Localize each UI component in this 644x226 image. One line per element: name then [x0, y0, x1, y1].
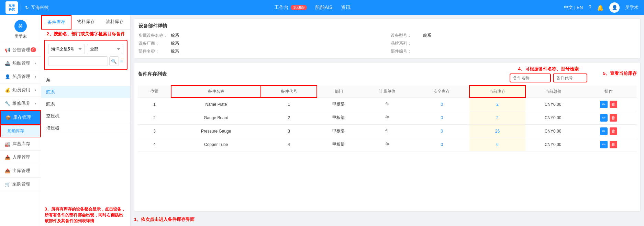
- delete-button[interactable]: 🗑: [610, 141, 617, 148]
- detail-row-part-code: 部件编号：: [391, 48, 636, 54]
- edit-button[interactable]: ✏: [600, 141, 608, 148]
- device-item-rudder1[interactable]: 舵系: [41, 86, 130, 98]
- filter-icon[interactable]: ≡: [120, 58, 123, 64]
- sidebar-item-ship-mgmt[interactable]: 🚢 船舶管理 ›: [0, 57, 41, 70]
- cell-pos: 4: [138, 138, 171, 151]
- top-nav-center: 工作台 16069 船舶AIS 资讯: [60, 4, 564, 11]
- notification-icon[interactable]: 🔔: [597, 4, 604, 11]
- news-nav[interactable]: 资讯: [341, 4, 351, 11]
- cell-code: 3: [261, 124, 317, 138]
- ship-ais-nav[interactable]: 船舶AIS: [315, 4, 333, 11]
- right-panel: 设备部件详情 所属设备名称： 舵系 设备型号： 舵系 设备厂商： 舵系: [131, 15, 644, 226]
- sidebar-user-name: 吴学末: [0, 34, 41, 39]
- annotation-4: 4、可根据备件名称、型号检索: [518, 66, 579, 72]
- top-nav-right: 中文 | EN ? 🔔 👤 吴学术: [564, 2, 639, 13]
- ship-ais-label: 船舶AIS: [315, 4, 333, 11]
- edit-button[interactable]: ✏: [600, 114, 608, 122]
- sidebar-item-maintenance[interactable]: 🔧 维修保养 ›: [0, 97, 41, 110]
- refresh-icon[interactable]: ↻: [25, 5, 29, 10]
- cell-action: ✏ 🗑: [580, 138, 637, 151]
- ship-inventory-label: 船舶库存: [8, 128, 24, 133]
- cell-pos: 1: [138, 98, 171, 111]
- sidebar-item-purchase[interactable]: 🛒 采购管理: [0, 178, 41, 191]
- workbench-nav[interactable]: 工作台 16069: [274, 4, 307, 11]
- brand-label: 互海科技: [31, 4, 49, 11]
- detail-title: 设备部件详情: [138, 23, 636, 29]
- cell-code: 2: [261, 111, 317, 124]
- annotation-3: 3、所有有库存的设备都会显示，点击设备，所有有备件的部件都会出现，同时右侧跳出该…: [41, 204, 130, 226]
- col-action: 操作: [580, 86, 637, 98]
- sidebar-item-announcement[interactable]: 📢 公告管理 0: [0, 43, 41, 57]
- sidebar-subitem-ship-inventory[interactable]: 船舶库存: [0, 125, 41, 137]
- chevron-right-icon-4: ›: [35, 102, 36, 105]
- tab-materials[interactable]: 物料库存: [71, 15, 100, 30]
- user-avatar[interactable]: 👤: [609, 2, 620, 13]
- delete-button[interactable]: 🗑: [610, 127, 617, 135]
- cell-code: 4: [261, 138, 317, 151]
- keyword-input[interactable]: [48, 56, 108, 66]
- ship-mgmt-label: 船舶管理: [12, 60, 30, 66]
- cell-total-price: CNY0.00: [525, 124, 580, 138]
- annotation-5: 5、查看当前库存: [603, 70, 637, 77]
- device-item-compressor[interactable]: 空压机: [41, 110, 130, 122]
- edit-button[interactable]: ✏: [600, 127, 608, 135]
- sidebar-item-shore[interactable]: 🏭 岸基库存: [0, 137, 41, 151]
- tab-bar: 备件库存 物料库存 油料库存: [41, 15, 130, 30]
- tab-materials-label: 物料库存: [77, 19, 95, 24]
- language-switcher[interactable]: 中文 | EN: [564, 4, 583, 11]
- table-row: 4 Copper Tube 4 甲板部 件 0 6 CNY0.00 ✏ 🗑: [138, 138, 637, 151]
- tab-parts[interactable]: 备件库存: [41, 15, 71, 30]
- cell-code: 1: [261, 98, 317, 111]
- sidebar-item-announcement-content: 📢 公告管理: [5, 47, 30, 53]
- col-name: 备件名称: [171, 86, 261, 98]
- detail-grid: 所属设备名称： 舵系 设备型号： 舵系 设备厂商： 舵系 品牌系列：: [138, 33, 636, 54]
- cell-dept: 甲板部: [317, 124, 360, 138]
- sidebar-item-inventory[interactable]: 📦 库存管理: [0, 110, 41, 125]
- dept-select[interactable]: 全部: [87, 44, 124, 54]
- device-item-turbo[interactable]: 增压器: [41, 122, 130, 134]
- ship-select[interactable]: 海洋之星5号: [48, 44, 85, 54]
- sidebar-item-outbound[interactable]: 📤 出库管理: [0, 164, 41, 178]
- sidebar-item-crew-fee[interactable]: 💰 船员费用 ›: [0, 83, 41, 97]
- detail-row-model: 设备型号： 舵系: [391, 33, 636, 38]
- device-item-rudder2[interactable]: 舵系: [41, 98, 130, 110]
- cell-dept: 甲板部: [317, 111, 360, 124]
- workbench-badge: 16069: [291, 5, 307, 10]
- table-code-search[interactable]: [553, 74, 587, 82]
- maintenance-label: 维修保养: [12, 100, 30, 106]
- maintenance-icon: 🔧: [5, 101, 10, 106]
- crew-mgmt-icon: 👤: [5, 74, 10, 79]
- col-pos: 位置: [138, 86, 171, 98]
- table-row: 1 Name Plate 1 甲板部 件 0 2 CNY0.00 ✏ 🗑: [138, 98, 637, 111]
- chevron-right-icon: ›: [35, 61, 36, 65]
- help-icon[interactable]: ?: [588, 4, 591, 11]
- parts-table: 位置 备件名称 备件代号 部门 计量单位 安全库存 当前库存 当前总价 操作: [138, 85, 637, 151]
- table-body: 1 Name Plate 1 甲板部 件 0 2 CNY0.00 ✏ 🗑 2 G…: [138, 98, 637, 151]
- device-name-rudder2: 舵系: [46, 101, 55, 106]
- cell-dept: 甲板部: [317, 138, 360, 151]
- device-name-pump: 泵: [46, 77, 51, 82]
- brand-name: ↻ 互海科技: [21, 4, 49, 11]
- annotation-1: 1、依次点击进入备件库存界面: [134, 216, 641, 223]
- detail-value-part-name: 舵系: [171, 48, 179, 54]
- logo-area: 互海科技 ↻ 互海科技: [5, 1, 60, 14]
- tab-fuel[interactable]: 油料库存: [100, 15, 129, 30]
- sidebar-user[interactable]: 吴 吴学末: [0, 15, 41, 43]
- user-name-label: 吴学术: [625, 4, 639, 11]
- search-button[interactable]: 🔍: [109, 56, 119, 66]
- delete-button[interactable]: 🗑: [610, 114, 617, 122]
- detail-row-vendor: 设备厂商： 舵系: [138, 41, 384, 46]
- cell-total-price: CNY0.00: [525, 111, 580, 124]
- sidebar-item-inbound[interactable]: 📥 入库管理: [0, 151, 41, 164]
- crew-fee-icon: 💰: [5, 88, 10, 93]
- device-item-pump[interactable]: 泵: [41, 74, 130, 86]
- detail-label-device-name: 所属设备名称：: [138, 33, 169, 38]
- detail-label-model: 设备型号：: [391, 33, 422, 38]
- cell-current-stock: 2: [469, 111, 525, 124]
- sidebar: 吴 吴学末 📢 公告管理 0 🚢 船舶管理 › 👤 船员管理 ›: [0, 15, 41, 226]
- sidebar-item-crew-mgmt[interactable]: 👤 船员管理 ›: [0, 70, 41, 83]
- delete-button[interactable]: 🗑: [610, 101, 617, 108]
- device-name-rudder1: 舵系: [46, 89, 55, 94]
- edit-button[interactable]: ✏: [600, 101, 608, 108]
- table-name-search[interactable]: [510, 74, 551, 82]
